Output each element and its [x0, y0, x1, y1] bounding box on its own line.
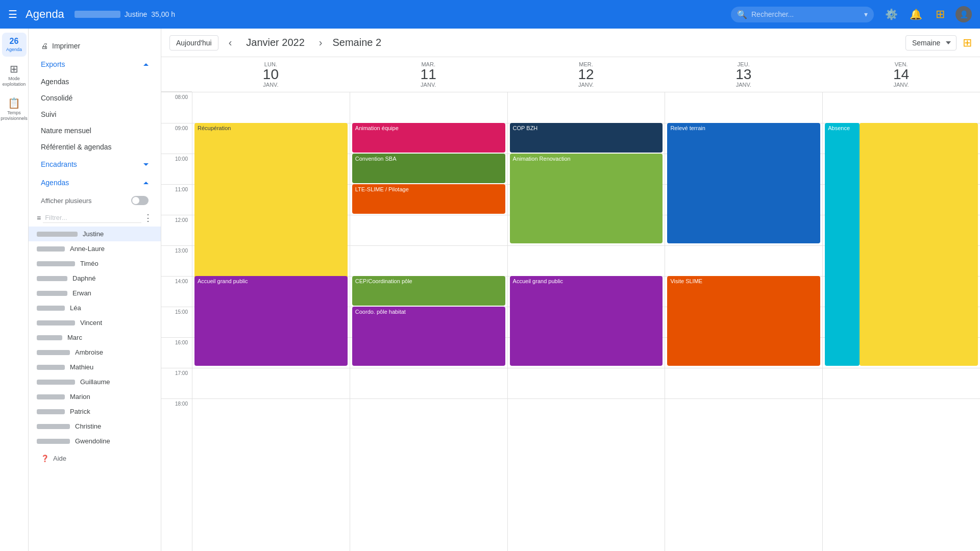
person-daphne-blur	[37, 276, 67, 281]
sidebar-item-temps-provisionnels[interactable]: 📋 Temps provisionnels	[2, 93, 27, 126]
day-month-lun: JANV.	[194, 82, 348, 88]
person-christine[interactable]: Christine	[29, 419, 161, 434]
calendar-toolbar: Aujourd'hui ‹ Janvier 2022 › Semaine 2 S…	[161, 29, 980, 57]
event-animation-renovaction[interactable]: Animation Renovaction	[510, 154, 663, 243]
filter-input[interactable]	[43, 213, 141, 223]
agendas-section-header[interactable]: Agendas	[29, 173, 161, 192]
event-absence[interactable]: Absence	[825, 123, 860, 366]
person-daphne[interactable]: Daphné	[29, 271, 161, 286]
help-label: Aide	[53, 455, 66, 462]
menu-icon[interactable]: ☰	[8, 8, 17, 20]
event-animation-equipe[interactable]: Animation équipe	[352, 123, 505, 153]
prev-nav-button[interactable]: ‹	[225, 35, 236, 51]
day-header-lun: LUN. 10 JANV.	[192, 57, 350, 92]
user-name: Justine	[125, 10, 147, 18]
day-column-ven: Absence	[822, 92, 980, 551]
sidebar-mode-label: Mode exploitation	[3, 76, 26, 87]
person-marion[interactable]: Marion	[29, 389, 161, 404]
day-column-mar: Animation équipe Convention SBA LTE-SLIM…	[350, 92, 507, 551]
time-slot-08: 08:00	[161, 92, 192, 123]
event-animation-equipe-title: Animation équipe	[355, 125, 502, 131]
view-select[interactable]: Semaine Jour Mois Année	[905, 35, 957, 51]
person-christine-name: Christine	[75, 422, 101, 430]
time-slot-11: 11:00	[161, 184, 192, 215]
afficher-toggle[interactable]	[131, 196, 149, 205]
person-timeo-blur	[37, 261, 75, 266]
export-consolide[interactable]: Consolidé	[29, 90, 161, 106]
sidebar-item-agenda[interactable]: 26 Agenda	[2, 33, 27, 57]
person-lea[interactable]: Léa	[29, 300, 161, 315]
person-daphne-name: Daphné	[72, 274, 96, 282]
person-anne-laure-blur	[37, 246, 65, 252]
event-convention-sba[interactable]: Convention SBA	[352, 154, 505, 183]
person-timeo[interactable]: Timéo	[29, 256, 161, 271]
temps-icon: 📋	[8, 97, 20, 109]
export-nature-mensuel[interactable]: Nature mensuel	[29, 122, 161, 139]
person-marc[interactable]: Marc	[29, 330, 161, 345]
event-accueil-mer[interactable]: Accueil grand public	[510, 276, 663, 366]
event-cep[interactable]: CEP/Coordination pôle	[352, 276, 505, 306]
person-gwendoline[interactable]: Gwendoline	[29, 434, 161, 448]
person-erwan-name: Erwan	[72, 289, 91, 297]
event-cop-bzh[interactable]: COP BZH	[510, 123, 663, 153]
grid-apps-icon[interactable]: ⊞	[963, 36, 972, 49]
user-blur-bar	[75, 11, 120, 18]
person-guillaume[interactable]: Guillaume	[29, 374, 161, 389]
event-recuperation-title: Récupération	[198, 125, 345, 131]
print-item[interactable]: 🖨 Imprimer	[29, 37, 161, 55]
person-anne-laure[interactable]: Anne-Laure	[29, 241, 161, 256]
time-slot-10: 10:00	[161, 154, 192, 184]
event-coordo-pole[interactable]: Coordo. pôle habitat	[352, 307, 505, 366]
person-lea-blur	[37, 306, 65, 311]
person-guillaume-blur	[37, 380, 75, 385]
person-marion-name: Marion	[70, 393, 90, 400]
encadrants-section-header[interactable]: Encadrants	[29, 155, 161, 173]
settings-icon[interactable]: ⚙️	[882, 5, 900, 23]
person-justine[interactable]: Justine	[29, 227, 161, 241]
export-suivi[interactable]: Suivi	[29, 106, 161, 122]
agendas-title: Agendas	[41, 179, 69, 187]
notifications-icon[interactable]: 🔔	[906, 5, 925, 23]
exports-chevron-icon	[143, 63, 149, 66]
person-patrick[interactable]: Patrick	[29, 404, 161, 419]
event-releve-terrain[interactable]: Relevé terrain	[667, 123, 820, 243]
sidebar-temps-label: Temps provisionnels	[1, 110, 28, 121]
exports-section-header[interactable]: Exports	[29, 55, 161, 73]
person-marc-name: Marc	[67, 334, 82, 341]
person-justine-name: Justine	[83, 230, 104, 238]
person-gwendoline-name: Gwendoline	[75, 437, 110, 445]
person-vincent[interactable]: Vincent	[29, 315, 161, 330]
filter-more-icon[interactable]: ⋮	[143, 212, 153, 223]
event-releve-terrain-title: Relevé terrain	[670, 125, 817, 131]
search-icon: 🔍	[737, 10, 747, 19]
person-erwan-blur	[37, 291, 67, 296]
event-lte-slime-title: LTE-SLIME / Pilotage	[355, 186, 502, 192]
event-visite-slime[interactable]: Visite SLIME	[667, 276, 820, 366]
afficher-label: Afficher plusieurs	[41, 197, 91, 205]
sidebar-item-mode-exploitation[interactable]: ⊞ Mode exploitation	[2, 59, 27, 91]
calendar-grid-container: LUN. 10 JANV. MAR. 11 JANV. MER. 12 JANV…	[161, 57, 980, 551]
grid-icon[interactable]: ⊞	[931, 5, 949, 23]
search-input[interactable]	[751, 10, 860, 18]
agendas-controls: Afficher plusieurs	[29, 192, 161, 209]
event-cop-bzh-title: COP BZH	[513, 125, 660, 131]
event-yellow-ven[interactable]	[860, 123, 978, 366]
month-title: Janvier 2022	[246, 37, 305, 48]
export-referentiel[interactable]: Référentiel & agendas	[29, 139, 161, 155]
person-mathieu[interactable]: Mathieu	[29, 360, 161, 374]
person-ambroise[interactable]: Ambroise	[29, 345, 161, 360]
today-button[interactable]: Aujourd'hui	[169, 35, 218, 51]
search-bar[interactable]: 🔍 ▾	[731, 7, 874, 22]
week-title: Semaine 2	[333, 37, 382, 48]
export-agendas[interactable]: Agendas	[29, 73, 161, 90]
time-slot-13: 13:00	[161, 245, 192, 276]
filter-row: ≡ ⋮	[29, 209, 161, 227]
event-accueil-lun[interactable]: Accueil grand public	[194, 276, 348, 366]
avatar[interactable]: 👤	[955, 6, 972, 22]
help-item[interactable]: ❓ Aide	[29, 448, 161, 468]
next-nav-button[interactable]: ›	[315, 35, 327, 51]
day-num-jeu: 13	[667, 67, 820, 82]
person-erwan[interactable]: Erwan	[29, 286, 161, 300]
day-column-lun: Récupération Accueil grand public	[192, 92, 350, 551]
event-lte-slime[interactable]: LTE-SLIME / Pilotage	[352, 184, 505, 214]
